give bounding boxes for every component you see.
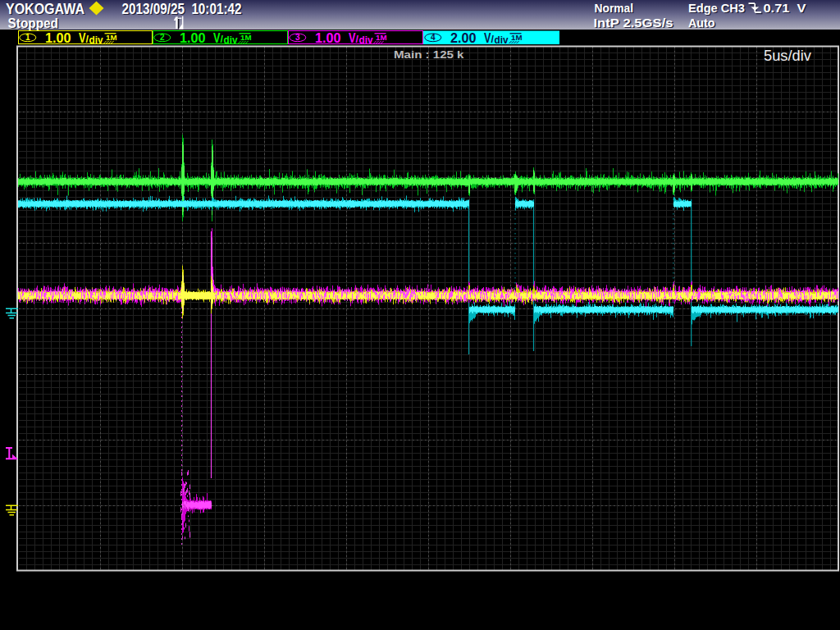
svg-text:div: div [495, 34, 509, 46]
svg-text:div: div [224, 34, 238, 46]
svg-text:YOKOGAWA: YOKOGAWA [6, 1, 84, 17]
svg-text:div: div [89, 34, 103, 46]
svg-text:1M: 1M [240, 33, 252, 42]
svg-text:1M: 1M [511, 33, 523, 42]
svg-text:div: div [359, 34, 373, 46]
svg-text:2013/09/25 10:01:42: 2013/09/25 10:01:42 [122, 1, 242, 17]
svg-text:IntP 2.5GS/s: IntP 2.5GS/s [594, 16, 673, 30]
svg-text:1M: 1M [106, 33, 117, 42]
svg-text:Normal: Normal [595, 1, 634, 15]
svg-text:1: 1 [25, 33, 30, 42]
svg-text:1.00: 1.00 [315, 30, 341, 46]
svg-text:1.00: 1.00 [180, 30, 206, 46]
svg-text:2.00: 2.00 [450, 30, 477, 46]
svg-text:5us/div: 5us/div [764, 48, 811, 64]
svg-text:Stopped: Stopped [8, 16, 59, 30]
svg-text:3: 3 [295, 33, 300, 42]
svg-text:1M: 1M [376, 33, 387, 42]
svg-text:2: 2 [160, 33, 165, 42]
svg-text:Auto: Auto [688, 16, 715, 30]
svg-text:Edge CH3: Edge CH3 [688, 1, 745, 15]
svg-text:Main : 125 k: Main : 125 k [394, 48, 464, 61]
svg-text:0.71 V: 0.71 V [764, 1, 807, 15]
svg-text:4: 4 [431, 33, 436, 42]
svg-text:1.00: 1.00 [45, 30, 71, 46]
